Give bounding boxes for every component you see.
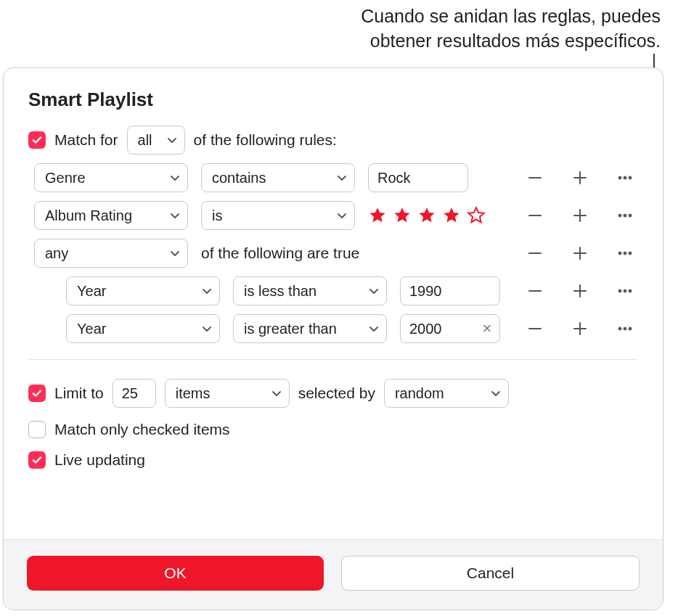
svg-point-1	[624, 176, 626, 179]
rule-more-button[interactable]	[615, 243, 635, 263]
rule-value-text: 1990	[409, 283, 442, 300]
rule-row: Genre contains Rock	[34, 163, 638, 192]
chevron-down-icon	[202, 286, 212, 296]
add-rule-button[interactable]	[570, 205, 590, 226]
more-icon	[616, 169, 634, 186]
rule-actions	[525, 168, 638, 188]
rule-attr-select[interactable]: Album Rating	[34, 201, 188, 230]
group-mode-value: any	[45, 245, 68, 262]
divider	[28, 359, 638, 360]
svg-point-10	[624, 289, 626, 292]
limit-checkbox[interactable]	[28, 385, 46, 402]
match-checkbox[interactable]	[28, 131, 46, 149]
remove-rule-button[interactable]	[525, 281, 545, 301]
match-checked-row: Match only checked items	[28, 421, 638, 438]
chevron-down-icon	[167, 135, 177, 145]
rule-more-button[interactable]	[615, 205, 635, 226]
add-rule-button[interactable]	[570, 243, 590, 263]
rule-attr-select[interactable]: Year	[66, 276, 220, 305]
rule-value-input[interactable]: 1990	[400, 276, 500, 305]
rule-op-value: is less than	[244, 283, 316, 300]
svg-point-12	[618, 327, 621, 330]
selected-by-value: random	[395, 385, 444, 402]
rule-more-button[interactable]	[615, 319, 635, 339]
star-filled-icon	[368, 206, 387, 225]
match-checked-checkbox[interactable]	[28, 421, 46, 438]
rule-stars-input[interactable]	[368, 206, 486, 225]
plus-icon	[571, 282, 589, 300]
check-icon	[31, 134, 43, 146]
cancel-button[interactable]: Cancel	[341, 556, 640, 591]
rule-attr-select[interactable]: Year	[66, 314, 220, 343]
selected-by-select[interactable]: random	[384, 379, 509, 408]
minus-icon	[526, 320, 544, 337]
rule-value-text: Rock	[377, 170, 411, 186]
chevron-down-icon	[170, 173, 180, 183]
match-scope-select[interactable]: all	[127, 126, 185, 155]
svg-point-13	[624, 327, 626, 330]
star-filled-icon	[442, 206, 461, 225]
remove-rule-button[interactable]	[525, 243, 545, 263]
chevron-down-icon	[369, 286, 379, 296]
rule-more-button[interactable]	[615, 281, 635, 301]
clear-input-button[interactable]	[482, 321, 492, 337]
chevron-down-icon	[170, 248, 180, 258]
svg-point-8	[629, 252, 632, 255]
limit-value-input[interactable]: 25	[113, 379, 156, 408]
minus-icon	[526, 207, 544, 224]
match-row: Match for all of the following rules:	[28, 126, 638, 155]
svg-point-11	[629, 289, 632, 292]
minus-icon	[526, 282, 544, 300]
minus-icon	[526, 245, 544, 262]
rule-op-select[interactable]: contains	[201, 163, 355, 192]
ok-button[interactable]: OK	[27, 556, 324, 591]
rule-value-input[interactable]: Rock	[368, 163, 468, 192]
star-filled-icon	[393, 206, 412, 225]
group-mode-select[interactable]: any	[34, 239, 188, 268]
svg-point-3	[618, 214, 621, 217]
add-rule-button[interactable]	[570, 281, 590, 301]
remove-rule-button[interactable]	[525, 168, 545, 188]
chevron-down-icon	[337, 173, 347, 183]
live-updating-row: Live updating	[28, 451, 638, 469]
svg-point-4	[624, 214, 626, 217]
remove-rule-button[interactable]	[525, 205, 545, 226]
rule-group-row: any of the following are true	[34, 239, 638, 268]
rule-more-button[interactable]	[615, 168, 635, 188]
limit-unit-select[interactable]: items	[165, 379, 290, 408]
rule-attr-value: Year	[77, 321, 106, 337]
annotation-callout: Cuando se anidan las reglas, puedes obte…	[361, 4, 661, 54]
rule-op-select[interactable]: is less than	[233, 276, 387, 305]
svg-point-2	[629, 176, 632, 179]
chevron-down-icon	[202, 324, 212, 334]
plus-icon	[571, 320, 589, 337]
rule-attr-select[interactable]: Genre	[34, 163, 188, 192]
svg-point-0	[618, 176, 621, 179]
group-suffix: of the following are true	[201, 245, 359, 262]
remove-rule-button[interactable]	[525, 319, 545, 339]
chevron-down-icon	[271, 388, 282, 398]
rule-value-text: 2000	[409, 321, 442, 337]
more-icon	[616, 320, 634, 337]
live-updating-checkbox[interactable]	[28, 451, 46, 469]
rule-attr-value: Album Rating	[45, 208, 132, 224]
limit-unit-value: items	[176, 385, 211, 402]
svg-point-9	[618, 289, 621, 292]
rule-attr-value: Year	[77, 283, 106, 300]
rule-op-select[interactable]: is	[201, 201, 355, 230]
rule-value-input[interactable]: 2000	[400, 314, 500, 343]
add-rule-button[interactable]	[570, 168, 590, 188]
star-outline-icon	[467, 206, 486, 225]
rule-op-select[interactable]: is greater than	[233, 314, 387, 343]
rule-row-nested: Year is less than 1990	[34, 276, 638, 305]
match-scope-value: all	[138, 132, 152, 149]
chevron-down-icon	[491, 388, 501, 398]
match-checked-label: Match only checked items	[54, 421, 230, 438]
cancel-button-label: Cancel	[467, 564, 514, 582]
check-icon	[31, 387, 43, 399]
more-icon	[616, 207, 634, 224]
rule-actions	[525, 319, 638, 339]
rules-list: Genre contains Rock A	[34, 163, 638, 343]
annotation-line-1: Cuando se anidan las reglas, puedes	[361, 4, 661, 29]
add-rule-button[interactable]	[570, 319, 590, 339]
